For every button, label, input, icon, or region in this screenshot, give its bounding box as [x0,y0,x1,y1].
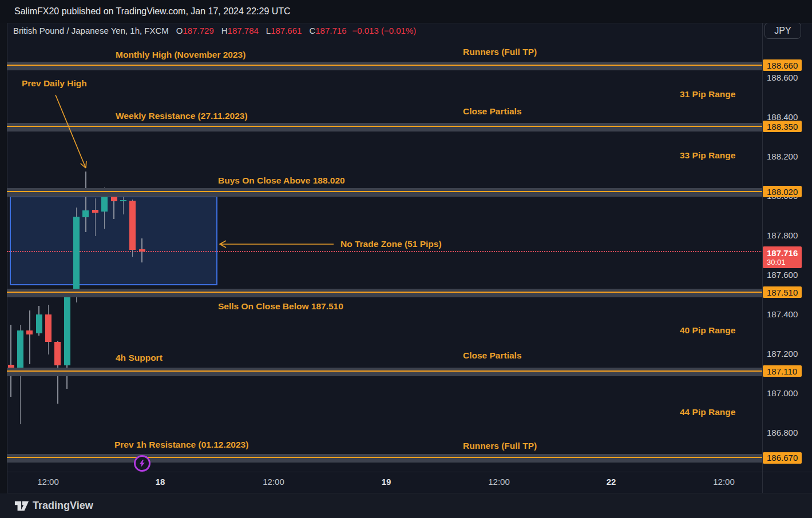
last-price-badge: 187.716 30:01 [763,246,802,268]
symbol-header: British Pound / Japanese Yen, 1h, FXCMO1… [13,26,416,35]
ohlc-low-value: 187.661 [271,26,302,35]
time-label: 12:00 [37,477,59,487]
annotation-no-trade-zone: No Trade Zone (51 Pips) [340,239,442,249]
event-lightning-icon[interactable] [134,455,150,472]
ohlc-close-label: C [309,26,315,35]
ohlc-low-label: L [266,26,271,35]
candle-body [36,314,42,333]
time-label: 18 [156,477,165,487]
annotation-close-partials-top: Close Partials [463,106,522,117]
symbol-title: British Pound / Japanese Yen, 1h, FXCM [13,26,169,35]
candle-body [64,290,70,365]
price-tick-label: 187.400 [767,309,798,319]
bar-countdown: 30:01 [767,258,802,266]
price-tick-label: 187.000 [767,388,798,398]
time-label: 12:00 [488,477,510,487]
price-level-line [7,289,762,297]
annotation-40-pip-range: 40 Pip Range [680,325,735,336]
annotation-prev-daily-high: Prev Daily High [22,78,87,89]
last-price-line [7,251,763,252]
candle-body [73,217,80,290]
price-level-badge: 186.670 [763,452,802,464]
tradingview-snapshot: Monthly High (November 2023) Runners (Fu… [0,0,812,518]
price-level-line [7,454,762,463]
price-level-line [7,368,762,376]
ohlc-open-label: O [176,26,183,35]
tradingview-logo-icon[interactable] [14,500,29,512]
lightning-bolt-icon [138,459,146,468]
ohlc-open-value: 187.729 [183,26,214,35]
candle-body [26,330,33,334]
time-label: 19 [382,477,391,487]
time-label: 12:00 [713,477,735,487]
price-tick-label: 188.200 [767,152,798,161]
price-tick-label: 187.800 [767,230,798,240]
candle-body [82,210,89,217]
candle-wick [10,325,11,397]
price-tick-label: 188.600 [767,73,798,82]
candle-body [101,196,108,212]
price-level-line [7,123,762,132]
price-tick-label: 187.200 [767,349,798,358]
price-tick-label: 186.800 [767,428,798,437]
candle-body [92,210,98,213]
annotation-runners-top: Runners (Full TP) [463,47,537,57]
annotation-monthly-high: Monthly High (November 2023) [116,50,245,60]
annotation-buys-note: Buys On Close Above 188.020 [218,176,345,186]
price-change: −0.013 (−0.01%) [352,26,416,35]
annotation-close-partials-bottom: Close Partials [463,350,522,361]
price-level-badge: 187.110 [763,365,802,377]
candle-body [111,196,117,201]
price-level-badge: 187.510 [763,286,802,298]
price-tick-label: 187.600 [767,270,798,280]
price-level-line [7,188,762,197]
time-label: 12:00 [263,477,284,487]
price-tick-label: 188.400 [767,112,798,122]
time-label: 22 [607,477,616,487]
published-bar: SalimFX20 published on TradingView.com, … [0,0,812,23]
candle-wick [29,310,30,364]
ohlc-high-label: H [221,26,228,35]
annotation-33-pip-range: 33 Pip Range [680,150,735,161]
annotation-31-pip-range: 31 Pip Range [680,89,735,99]
ohlc-close-value: 187.716 [315,26,346,35]
candle-body [129,201,136,250]
candle-wick [85,172,86,232]
candle-body [120,200,126,201]
currency-toggle-button[interactable]: JPY [765,22,801,39]
ohlc-high-value: 187.784 [228,26,259,35]
candle-body [45,314,52,342]
annotation-prev-1h-resistance: Prev 1h Resistance (01.12.2023) [114,440,248,450]
tradingview-brand[interactable]: TradingView [33,500,93,512]
annotation-weekly-resistance: Weekly Resistance (27.11.2023) [116,111,248,121]
candle-wick [95,198,96,236]
candle-body [139,249,145,252]
published-text: SalimFX20 published on TradingView.com, … [14,0,291,23]
candle-body [54,342,61,365]
time-axis-separator [7,472,812,472]
price-level-badge: 188.020 [763,186,802,197]
footer-bar: TradingView [0,493,812,518]
annotation-sells-note: Sells On Close Below 187.510 [218,301,343,312]
annotation-runners-bottom: Runners (Full TP) [463,441,537,451]
price-level-badge: 188.350 [763,121,802,132]
price-level-badge: 188.660 [763,59,802,71]
price-level-line [7,62,762,70]
last-price-value: 187.716 [767,248,802,258]
annotation-44-pip-range: 44 Pip Range [680,407,735,417]
annotation-4h-support: 4h Support [116,353,163,363]
